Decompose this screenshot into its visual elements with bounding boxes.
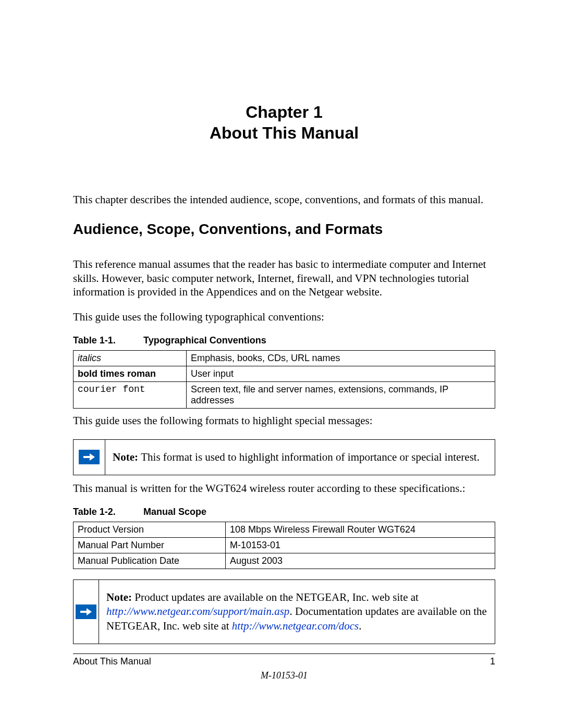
cell-italics: italics bbox=[74, 351, 187, 366]
table-2-title: Manual Scope bbox=[143, 507, 206, 517]
cell-pub-date-label: Manual Publication Date bbox=[74, 553, 226, 569]
table-row: courier font Screen text, file and serve… bbox=[74, 382, 495, 409]
cell-courier: courier font bbox=[74, 382, 187, 409]
section-heading: Audience, Scope, Conventions, and Format… bbox=[73, 221, 495, 238]
cell-italics-desc: Emphasis, books, CDs, URL names bbox=[187, 351, 495, 366]
table-row: Product Version 108 Mbps Wireless Firewa… bbox=[74, 522, 495, 538]
chapter-number: Chapter 1 bbox=[73, 102, 495, 122]
footer-page-number: 1 bbox=[490, 656, 495, 667]
note-2-t1: Product updates are available on the NET… bbox=[134, 591, 419, 603]
table-2-label: Table 1-2. bbox=[73, 507, 141, 517]
footer-line: About This Manual 1 bbox=[73, 653, 495, 667]
note-icon-cell bbox=[74, 440, 105, 475]
note-box-2: Note: Product updates are available on t… bbox=[73, 579, 495, 644]
note-label: Note: bbox=[106, 591, 134, 603]
chapter-name: About This Manual bbox=[73, 122, 495, 143]
note-1-text: Note: This format is used to highlight i… bbox=[105, 440, 487, 475]
paragraph-3: This guide uses the following formats to… bbox=[73, 414, 495, 427]
note-2-link1[interactable]: http://www.netgear.com/support/main.asp bbox=[106, 605, 289, 618]
cell-part-number-value: M-10153-01 bbox=[226, 538, 495, 553]
table-1-label: Table 1-1. bbox=[73, 335, 141, 346]
table-row: italics Emphasis, books, CDs, URL names bbox=[74, 351, 495, 366]
note-box-1: Note: This format is used to highlight i… bbox=[73, 439, 495, 475]
cell-product-version-label: Product Version bbox=[74, 522, 226, 538]
note-2-link2[interactable]: http://www.netgear.com/docs bbox=[232, 620, 359, 632]
note-body: This format is used to highlight informa… bbox=[141, 451, 480, 463]
note-label: Note: bbox=[113, 451, 141, 463]
cell-bold: bold times roman bbox=[74, 366, 187, 382]
table-row: Manual Publication Date August 2003 bbox=[74, 553, 495, 569]
table-1-caption: Table 1-1. Typographical Conventions bbox=[73, 335, 495, 346]
chapter-title: Chapter 1 About This Manual bbox=[73, 102, 495, 143]
arrow-right-icon bbox=[79, 450, 100, 464]
cell-bold-desc: User input bbox=[187, 366, 495, 382]
table-1-title: Typographical Conventions bbox=[143, 335, 266, 346]
cell-pub-date-value: August 2003 bbox=[226, 553, 495, 569]
footer-doc-number: M-10153-01 bbox=[73, 670, 495, 681]
paragraph-2: This guide uses the following typographi… bbox=[73, 310, 495, 324]
table-manual-scope: Product Version 108 Mbps Wireless Firewa… bbox=[73, 522, 495, 569]
paragraph-4: This manual is written for the WGT624 wi… bbox=[73, 482, 495, 495]
note-icon-cell bbox=[74, 580, 99, 644]
arrow-right-icon bbox=[76, 604, 96, 619]
cell-courier-desc: Screen text, file and server names, exte… bbox=[187, 382, 495, 409]
paragraph-1: This reference manual assumes that the r… bbox=[73, 257, 495, 299]
note-2-text: Note: Product updates are available on t… bbox=[99, 580, 495, 644]
cell-product-version-value: 108 Mbps Wireless Firewall Router WGT624 bbox=[226, 522, 495, 538]
table-typographical-conventions: italics Emphasis, books, CDs, URL names … bbox=[73, 350, 495, 409]
table-2-caption: Table 1-2. Manual Scope bbox=[73, 507, 495, 517]
footer-left: About This Manual bbox=[73, 656, 151, 667]
table-row: bold times roman User input bbox=[74, 366, 495, 382]
cell-part-number-label: Manual Part Number bbox=[74, 538, 226, 553]
page-footer: About This Manual 1 M-10153-01 bbox=[73, 653, 495, 681]
intro-paragraph: This chapter describes the intended audi… bbox=[73, 193, 495, 206]
note-2-t3: . bbox=[359, 620, 361, 632]
table-row: Manual Part Number M-10153-01 bbox=[74, 538, 495, 553]
document-page: Chapter 1 About This Manual This chapter… bbox=[0, 0, 563, 728]
